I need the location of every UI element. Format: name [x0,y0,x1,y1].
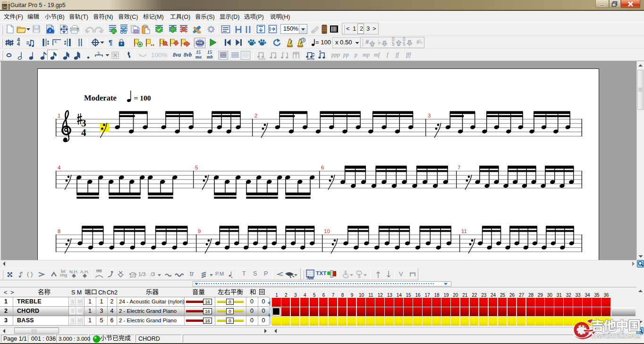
svg-text:8: 8 [58,228,60,234]
svg-text:10: 10 [324,228,330,234]
svg-text:= 100: = 100 [134,94,151,102]
svg-text:RSE: RSE [197,41,203,44]
svg-text:3: 3 [97,51,100,56]
svg-text:7: 7 [458,165,460,170]
svg-text:Moderate: Moderate [84,93,117,102]
svg-text:bbs.GuitarChina.com: bbs.GuitarChina.com [592,332,640,339]
svg-text:4: 4 [58,165,61,170]
svg-text:Am: Am [307,276,314,280]
svg-text:AUTO: AUTO [258,58,266,60]
svg-text:1/3: 1/3 [129,273,136,278]
svg-text:AUTO: AUTO [307,58,314,60]
svg-text:5: 5 [4,5,6,9]
svg-text:2: 2 [254,113,257,118]
svg-text:3: 3 [428,113,431,118]
svg-text:9: 9 [198,228,201,234]
svg-text:x.: x. [55,39,58,44]
svg-text:11: 11 [461,228,467,234]
svg-text:6: 6 [321,165,324,170]
svg-text:4: 4 [81,127,86,138]
svg-text:1: 1 [58,113,60,118]
svg-text:5: 5 [195,165,198,170]
